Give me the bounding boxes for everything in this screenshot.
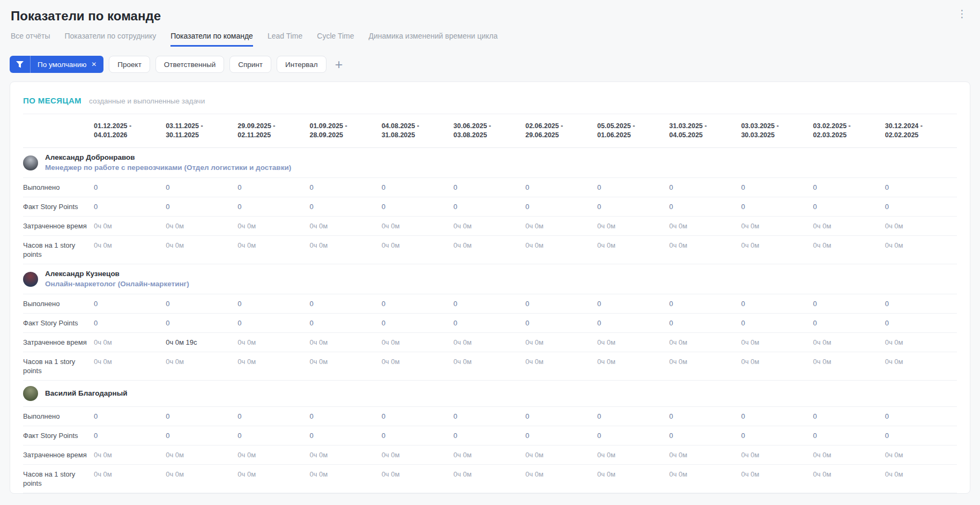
- metric-value-cell: 0: [885, 197, 957, 217]
- metric-value-cell: 0ч 0м: [454, 236, 525, 264]
- tab[interactable]: Динамика изменений времени цикла: [369, 32, 498, 47]
- metric-value-cell: 0ч 0м: [813, 352, 885, 381]
- metric-value-cell: 0ч 0м: [597, 236, 669, 264]
- metric-value-cell: 0: [741, 178, 813, 197]
- metric-value-cell: 0: [382, 294, 454, 314]
- employee-role-link[interactable]: Онлайн-маркетолог (Онлайн-маркетинг): [45, 280, 189, 288]
- metric-value: 0: [525, 412, 529, 420]
- metric-value-cell: 0ч 0м: [309, 352, 381, 381]
- filter-button[interactable]: Спринт: [229, 56, 271, 73]
- metric-value-cell: 0: [525, 178, 597, 197]
- metric-value-cell: 0ч 0м: [525, 236, 597, 264]
- period-column-header: 05.05.2025 - 01.06.2025: [597, 114, 669, 148]
- remove-filter-icon[interactable]: ✕: [91, 61, 96, 68]
- metric-value-cell: 0ч 0м: [885, 217, 957, 236]
- metric-value: 0: [597, 412, 601, 420]
- employee-role-link[interactable]: Менеджер по работе с перевозчиками (Отде…: [45, 164, 291, 172]
- active-filter-chip[interactable]: По умолчанию ✕: [10, 56, 103, 73]
- metric-value-cell: 0: [382, 426, 454, 445]
- tab[interactable]: Cycle Time: [317, 32, 354, 47]
- metric-value-cell: 0ч 0м: [166, 217, 237, 236]
- metric-label: Выполнено: [23, 294, 94, 314]
- metric-value: 0: [741, 412, 745, 420]
- period-column-header: 29.09.2025 - 02.11.2025: [237, 114, 309, 148]
- tab[interactable]: Все отчёты: [11, 32, 50, 47]
- metric-value-cell: 0: [237, 407, 309, 426]
- metric-value: 0ч 0м: [525, 222, 544, 230]
- metric-value-cell: 0ч 0м: [525, 333, 597, 352]
- metric-value-cell: 0ч 0м: [237, 333, 309, 352]
- metric-value-cell: 0ч 0м: [382, 465, 454, 493]
- metric-value-cell: 0: [597, 294, 669, 314]
- metric-value: 0: [382, 203, 385, 211]
- tab[interactable]: Lead Time: [268, 32, 302, 47]
- filter-button[interactable]: Ответственный: [155, 56, 224, 73]
- metric-value: 0: [237, 319, 241, 327]
- metric-value-cell: 0: [597, 407, 669, 426]
- metric-value: 0: [813, 412, 817, 420]
- metric-value-cell: 0ч 0м: [454, 445, 525, 465]
- metric-row: Выполнено000000000000: [23, 178, 957, 197]
- employee-row: Александр ДобронравовМенеджер по работе …: [23, 148, 957, 178]
- tab[interactable]: Показатели по сотруднику: [64, 32, 156, 47]
- metric-value-cell: 0ч 0м: [382, 217, 454, 236]
- period-column-header: 01.12.2025 - 04.01.2026: [94, 114, 166, 148]
- metric-value-cell: 0ч 0м: [741, 352, 813, 381]
- kebab-menu-icon[interactable]: ⋮: [957, 9, 967, 19]
- metric-value: 0: [382, 319, 385, 327]
- add-filter-icon[interactable]: +: [335, 59, 343, 70]
- metric-value-cell: 0: [237, 178, 309, 197]
- metric-value: 0ч 0м: [669, 338, 687, 346]
- metric-value: 0ч 0м: [597, 241, 615, 249]
- metric-value-cell: 0ч 0м: [454, 333, 525, 352]
- metric-value: 0ч 0м: [454, 358, 472, 366]
- metric-value-cell: 0ч 0м: [885, 445, 957, 465]
- metric-value-cell: 0ч 0м: [597, 352, 669, 381]
- metric-value: 0: [669, 183, 673, 191]
- metric-value-cell: 0ч 0м: [166, 465, 237, 493]
- metric-value-cell: 0ч 0м: [237, 217, 309, 236]
- metric-value-cell: 0: [597, 178, 669, 197]
- metric-value: 0: [813, 319, 817, 327]
- filter-button[interactable]: Проект: [109, 56, 150, 73]
- metric-value-cell: 0: [454, 314, 525, 333]
- metric-value: 0: [309, 412, 313, 420]
- metric-value-cell: 0ч 0м: [166, 352, 237, 381]
- period-column-header: 31.03.2025 - 04.05.2025: [669, 114, 741, 148]
- metric-value: 0ч 0м: [885, 222, 903, 230]
- metric-value: 0ч 0м: [382, 470, 400, 478]
- metric-value: 0ч 0м: [382, 222, 400, 230]
- metric-value: 0ч 0м: [813, 451, 831, 459]
- metric-value: 0: [382, 412, 385, 420]
- metric-value-cell: 0: [885, 178, 957, 197]
- metric-value-cell: 0: [525, 407, 597, 426]
- metric-value-cell: 0ч 0м: [382, 445, 454, 465]
- metric-value: 0ч 0м: [94, 241, 112, 249]
- metric-value-cell: 0: [741, 426, 813, 445]
- metric-value-cell: 0: [94, 314, 166, 333]
- metric-value: 0ч 0м: [597, 358, 615, 366]
- metric-value: 0ч 0м: [382, 241, 400, 249]
- metric-value: 0: [309, 300, 313, 308]
- section-header: ПО МЕСЯЦАМ созданные и выполненные задач…: [23, 96, 957, 105]
- metric-value-cell: 0ч 0м: [741, 236, 813, 264]
- metric-value: 0: [525, 183, 529, 191]
- metric-value: 0ч 0м: [669, 222, 687, 230]
- metric-value-cell: 0ч 0м: [597, 465, 669, 493]
- filter-button[interactable]: Интервал: [277, 56, 326, 73]
- employee-avatar: [23, 155, 38, 170]
- metric-row: Часов на 1 story points0ч 0м0ч 0м0ч 0м0ч…: [23, 352, 957, 381]
- metric-value: 0: [741, 300, 745, 308]
- metric-value: 0: [597, 203, 601, 211]
- metric-value: 0ч 0м: [309, 451, 328, 459]
- metric-value-cell: 0ч 0м: [382, 333, 454, 352]
- period-column-header: 03.02.2025 - 02.03.2025: [813, 114, 885, 148]
- metric-value-cell: 0ч 0м: [237, 236, 309, 264]
- tab[interactable]: Показатели по команде: [170, 32, 253, 47]
- metric-value-cell: 0: [382, 407, 454, 426]
- metric-value: 0: [382, 432, 385, 440]
- metric-value-cell: 0ч 0м: [94, 352, 166, 381]
- metric-value: 0: [885, 203, 889, 211]
- metric-value: 0ч 0м: [237, 241, 256, 249]
- report-tabs: Все отчётыПоказатели по сотрудникуПоказа…: [11, 32, 968, 47]
